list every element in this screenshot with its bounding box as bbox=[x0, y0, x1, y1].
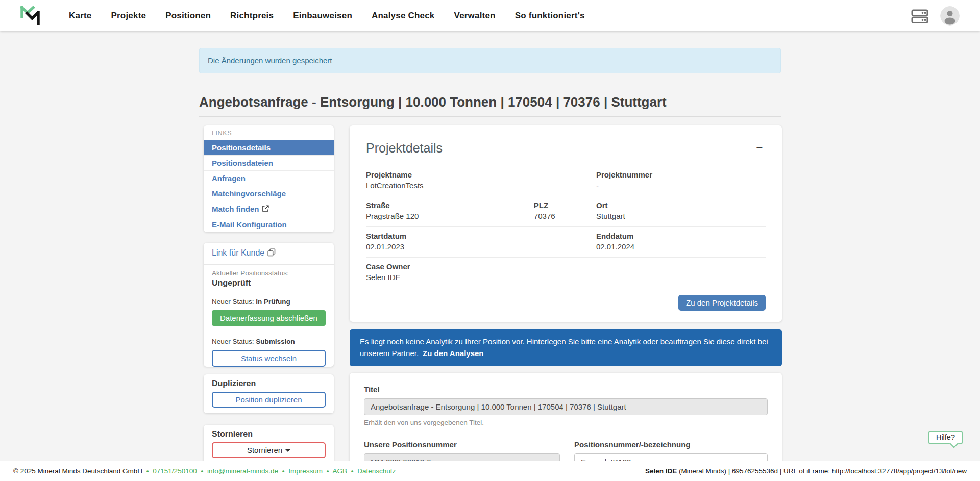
footer-session-info: Selen IDE (Mineral Minds) | 69576255536d… bbox=[645, 467, 967, 475]
footer-separator: • bbox=[327, 467, 329, 475]
sidebar: LINKS Positionsdetails Positionsdateien … bbox=[204, 125, 334, 464]
sidebar-item-positionsdetails[interactable]: Positionsdetails bbox=[204, 140, 334, 155]
footer-session-details: (Mineral Minds) | 69576255536d | URL of … bbox=[677, 467, 967, 475]
cancel-dropdown-button[interactable]: Stornieren bbox=[212, 442, 326, 458]
help-button[interactable]: Hilfe? bbox=[928, 431, 963, 444]
footer-left: © 2025 Mineral Minds Deutschland GmbH • … bbox=[13, 467, 396, 475]
to-analyses-link[interactable]: Zu den Analysen bbox=[423, 349, 483, 358]
new-status-2-prefix: Neuer Status: bbox=[212, 338, 256, 345]
strasse-label: Straße bbox=[366, 200, 534, 211]
nav-item-analyse-check[interactable]: Analyse Check bbox=[372, 11, 435, 21]
cancel-card: Stornieren Stornieren bbox=[204, 425, 334, 464]
server-stack-icon[interactable] bbox=[911, 7, 929, 25]
collapse-button[interactable]: – bbox=[753, 141, 766, 154]
current-status-value: Ungeprüft bbox=[212, 279, 326, 288]
strasse-value: Pragstraße 120 bbox=[366, 211, 534, 222]
projektname-label: Projektname bbox=[366, 170, 596, 180]
links-card-header: LINKS bbox=[204, 125, 334, 140]
main-nav: Karte Projekte Positionen Richtpreis Ein… bbox=[69, 11, 585, 21]
sidebar-item-match-finden-label: Match finden bbox=[212, 205, 259, 213]
sidebar-item-matchingvorschlaege[interactable]: Matchingvorschläge bbox=[204, 186, 334, 201]
top-navbar: Karte Projekte Positionen Richtpreis Ein… bbox=[0, 0, 980, 31]
footer-phone-link[interactable]: 07151/250100 bbox=[153, 467, 197, 475]
field-enddatum: Enddatum 02.01.2024 bbox=[596, 231, 766, 252]
footer-user-name: Selen IDE bbox=[645, 467, 677, 475]
ort-label: Ort bbox=[596, 200, 766, 211]
nav-item-so-funktionierts[interactable]: So funktioniert's bbox=[515, 11, 585, 21]
project-details-title: Projektdetails bbox=[366, 141, 443, 156]
links-card: LINKS Positionsdetails Positionsdateien … bbox=[204, 125, 334, 232]
field-strasse: Straße Pragstraße 120 bbox=[366, 200, 534, 222]
success-alert: Die Änderungen wurden gespeichert bbox=[199, 48, 781, 73]
nav-item-richtpreis[interactable]: Richtpreis bbox=[230, 11, 274, 21]
switch-status-button[interactable]: Status wechseln bbox=[212, 350, 326, 367]
copy-icon[interactable] bbox=[267, 248, 276, 259]
field-projektname: Projektname LotCreationTests bbox=[366, 170, 596, 191]
footer-agb-link[interactable]: AGB bbox=[333, 467, 348, 475]
sidebar-item-positionsdateien[interactable]: Positionsdateien bbox=[204, 155, 334, 170]
nav-item-einbauweisen[interactable]: Einbauweisen bbox=[293, 11, 352, 21]
enddatum-label: Enddatum bbox=[596, 231, 766, 241]
duplicate-position-button[interactable]: Position duplizieren bbox=[212, 392, 326, 408]
ort-value: Stuttgart bbox=[596, 211, 766, 222]
footer-email-link[interactable]: info@mineral-minds.de bbox=[207, 467, 278, 475]
duplicate-card-title: Duplizieren bbox=[212, 379, 326, 388]
mineral-minds-logo[interactable] bbox=[19, 5, 43, 27]
finish-data-entry-button[interactable]: Datenerfassung abschließen bbox=[212, 310, 326, 326]
to-project-details-button[interactable]: Zu den Projektdetails bbox=[678, 295, 766, 311]
projektname-value: LotCreationTests bbox=[366, 180, 596, 191]
footer-impressum-link[interactable]: Impressum bbox=[288, 467, 323, 475]
new-status-2-value: Submission bbox=[256, 338, 295, 345]
external-link-icon bbox=[262, 205, 269, 214]
field-case-owner: Case Owner Selen IDE bbox=[366, 262, 596, 283]
nav-item-verwalten[interactable]: Verwalten bbox=[454, 11, 496, 21]
project-details-card: Projektdetails – Projektname LotCreation… bbox=[350, 125, 782, 322]
cancel-card-title: Stornieren bbox=[212, 429, 326, 439]
new-status-2-row: Neuer Status: Submission bbox=[204, 333, 334, 346]
case-owner-value: Selen IDE bbox=[366, 272, 596, 283]
footer-copyright: © 2025 Mineral Minds Deutschland GmbH bbox=[13, 467, 142, 475]
our-position-number-label: Unsere Positionsnummer bbox=[364, 440, 560, 449]
cancel-dropdown-label: Stornieren bbox=[247, 446, 282, 454]
footer-separator: • bbox=[282, 467, 285, 475]
nav-item-karte[interactable]: Karte bbox=[69, 11, 91, 21]
footer-separator: • bbox=[201, 467, 203, 475]
startdatum-label: Startdatum bbox=[366, 231, 596, 241]
case-owner-label: Case Owner bbox=[366, 262, 596, 272]
field-projektnummer: Projektnummer - bbox=[596, 170, 766, 191]
user-avatar-icon[interactable] bbox=[940, 6, 960, 26]
duplicate-card: Duplizieren Position duplizieren bbox=[204, 374, 334, 413]
startdatum-value: 02.01.2023 bbox=[366, 241, 596, 252]
current-status-label: Aktueller Positionsstatus: bbox=[212, 269, 326, 277]
footer: © 2025 Mineral Minds Deutschland GmbH • … bbox=[0, 461, 980, 481]
page-title: Angebotsanfrage - Entsorgung | 10.000 To… bbox=[199, 94, 781, 117]
caret-down-icon bbox=[285, 449, 290, 452]
new-status-1-value: In Prüfung bbox=[256, 298, 290, 306]
plz-label: PLZ bbox=[534, 200, 596, 211]
sidebar-item-anfragen[interactable]: Anfragen bbox=[204, 170, 334, 186]
analytics-banner-text: Es liegt noch keine Analytik zu Ihrer Po… bbox=[360, 337, 768, 358]
status-card: Link für Kunde Aktueller Positionsstatus… bbox=[204, 243, 334, 367]
plz-value: 70376 bbox=[534, 211, 596, 222]
success-alert-text: Die Änderungen wurden gespeichert bbox=[208, 56, 332, 65]
footer-separator: • bbox=[146, 467, 149, 475]
footer-datenschutz-link[interactable]: Datenschutz bbox=[357, 467, 396, 475]
analytics-banner: Es liegt noch keine Analytik zu Ihrer Po… bbox=[350, 329, 782, 366]
sidebar-item-email-konfiguration[interactable]: E-Mail Konfiguration bbox=[204, 217, 334, 232]
footer-separator: • bbox=[351, 467, 354, 475]
enddatum-value: 02.01.2024 bbox=[596, 241, 766, 252]
new-status-1-row: Neuer Status: In Prüfung bbox=[204, 293, 334, 307]
nav-item-projekte[interactable]: Projekte bbox=[111, 11, 146, 21]
new-status-1-prefix: Neuer Status: bbox=[212, 298, 256, 306]
field-plz: PLZ 70376 bbox=[534, 200, 596, 222]
field-ort: Ort Stuttgart bbox=[596, 200, 766, 222]
nav-item-positionen[interactable]: Positionen bbox=[165, 11, 211, 21]
titel-helper: Erhält den von uns vorgegebenen Titel. bbox=[364, 419, 768, 426]
customer-link[interactable]: Link für Kunde bbox=[212, 248, 264, 257]
titel-label: Titel bbox=[364, 385, 768, 394]
sidebar-item-match-finden[interactable]: Match finden bbox=[204, 201, 334, 217]
projektnummer-value: - bbox=[596, 180, 766, 191]
page-container: Die Änderungen wurden gespeichert Angebo… bbox=[199, 0, 781, 481]
projektnummer-label: Projektnummer bbox=[596, 170, 766, 180]
main-content: Projektdetails – Projektname LotCreation… bbox=[350, 125, 782, 481]
